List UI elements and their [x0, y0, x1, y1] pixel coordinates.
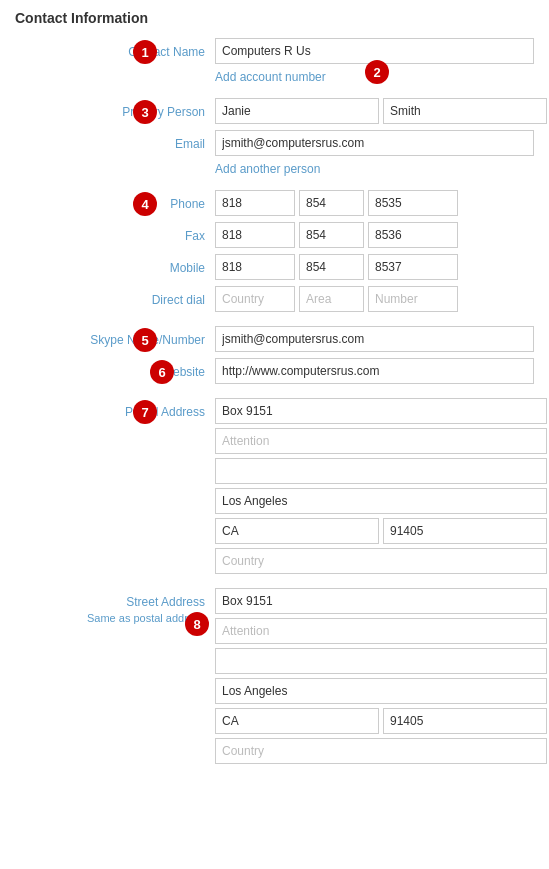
mobile-label: Mobile	[15, 254, 215, 277]
badge-6: 6	[150, 360, 174, 384]
website-input[interactable]	[215, 358, 534, 384]
street-state-input[interactable]	[215, 708, 379, 734]
add-account-link[interactable]: Add account number	[215, 70, 326, 84]
phone-mid-input[interactable]	[299, 190, 364, 216]
street-section: Street Address Same as postal address 8	[15, 588, 534, 764]
skype-row: Skype Name/Number	[15, 326, 534, 352]
contact-name-row: Contact Name Add account number 2	[15, 38, 534, 84]
direct-country-input[interactable]	[215, 286, 295, 312]
mobile-end-input[interactable]	[368, 254, 458, 280]
phone-area-input[interactable]	[215, 190, 295, 216]
phone-inputs	[215, 190, 534, 216]
badge-5: 5	[133, 328, 157, 352]
direct-area-input[interactable]	[299, 286, 364, 312]
email-input[interactable]	[215, 130, 534, 156]
primary-person-label: Primary Person	[15, 98, 215, 121]
skype-section: 5 Skype Name/Number	[15, 326, 534, 352]
street-attention-input[interactable]	[215, 618, 547, 644]
website-input-col	[215, 358, 534, 384]
primary-person-row: Primary Person	[15, 98, 534, 124]
fax-end-input[interactable]	[368, 222, 458, 248]
street-label: Street Address	[15, 594, 205, 611]
street-city-input[interactable]	[215, 678, 547, 704]
badge-7: 7	[133, 400, 157, 424]
postal-country-input[interactable]	[215, 548, 547, 574]
fax-inputs	[215, 222, 534, 248]
postal-label: Postal Address	[15, 398, 215, 421]
postal-input-col	[215, 398, 547, 574]
postal-row: Postal Address	[15, 398, 534, 574]
postal-box-input[interactable]	[215, 398, 547, 424]
badge-8: 8	[185, 612, 209, 636]
badge-1: 1	[133, 40, 157, 64]
postal-zip-input[interactable]	[383, 518, 547, 544]
direct-dial-inputs	[215, 286, 534, 312]
first-name-input[interactable]	[215, 98, 379, 124]
add-person-link[interactable]: Add another person	[215, 162, 534, 176]
badge-4: 4	[133, 192, 157, 216]
page-container: Contact Information 1 Contact Name Add a…	[0, 0, 549, 780]
website-label: Website	[15, 358, 215, 381]
fax-label: Fax	[15, 222, 215, 245]
street-state-zip-row	[215, 708, 547, 734]
website-row: Website	[15, 358, 534, 384]
phone-section: 4 Phone Fax Mobile	[15, 190, 534, 312]
contact-name-section: 1 Contact Name Add account number 2	[15, 38, 534, 84]
postal-attention-input[interactable]	[215, 428, 547, 454]
email-label: Email	[15, 130, 215, 153]
email-input-col: Add another person	[215, 130, 534, 176]
page-title: Contact Information	[15, 10, 534, 26]
mobile-row: Mobile	[15, 254, 534, 280]
street-input-col: 8	[215, 588, 547, 764]
direct-dial-row: Direct dial	[15, 286, 534, 312]
contact-name-input-col: Add account number 2	[215, 38, 534, 84]
primary-person-input-col	[215, 98, 547, 124]
direct-dial-input-col	[215, 286, 534, 312]
website-section: 6 Website	[15, 358, 534, 384]
postal-state-input[interactable]	[215, 518, 379, 544]
postal-state-zip-row	[215, 518, 547, 544]
street-sub-label: Same as postal address	[15, 611, 205, 626]
phone-end-input[interactable]	[368, 190, 458, 216]
badge-2: 2	[365, 60, 389, 84]
skype-input[interactable]	[215, 326, 534, 352]
postal-line3-input[interactable]	[215, 458, 547, 484]
postal-city-input[interactable]	[215, 488, 547, 514]
email-row: Email Add another person	[15, 130, 534, 176]
direct-number-input[interactable]	[368, 286, 458, 312]
mobile-area-input[interactable]	[215, 254, 295, 280]
phone-label: Phone	[15, 190, 215, 213]
direct-dial-label: Direct dial	[15, 286, 215, 309]
street-line3-input[interactable]	[215, 648, 547, 674]
skype-input-col	[215, 326, 534, 352]
last-name-input[interactable]	[383, 98, 547, 124]
mobile-inputs	[215, 254, 534, 280]
street-country-input[interactable]	[215, 738, 547, 764]
postal-section: 7 Postal Address	[15, 398, 534, 574]
mobile-input-col	[215, 254, 534, 280]
phone-row: Phone	[15, 190, 534, 216]
street-box-input[interactable]	[215, 588, 547, 614]
street-zip-input[interactable]	[383, 708, 547, 734]
mobile-mid-input[interactable]	[299, 254, 364, 280]
phone-input-col	[215, 190, 534, 216]
fax-mid-input[interactable]	[299, 222, 364, 248]
fax-row: Fax	[15, 222, 534, 248]
contact-name-label: Contact Name	[15, 38, 215, 61]
primary-person-section: 3 Primary Person Email Add another perso…	[15, 98, 534, 176]
name-row	[215, 98, 547, 124]
street-row: Street Address Same as postal address 8	[15, 588, 534, 764]
fax-input-col	[215, 222, 534, 248]
skype-label: Skype Name/Number	[15, 326, 215, 349]
fax-area-input[interactable]	[215, 222, 295, 248]
badge-3: 3	[133, 100, 157, 124]
